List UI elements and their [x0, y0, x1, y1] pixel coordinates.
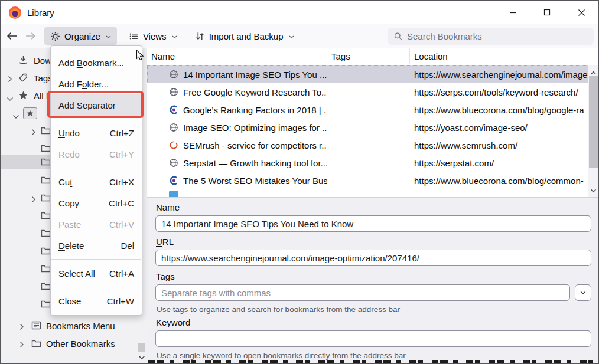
folder-icon	[41, 211, 51, 221]
bookmark-name: SEMrush - service for competitors r...	[183, 140, 327, 150]
chevron-right-icon	[19, 340, 24, 350]
bookmark-name: Google’s Ranking Factors in 2018 | ...	[183, 105, 327, 115]
menu-item-redo[interactable]: Redo Ctrl+Y	[51, 143, 142, 165]
folder-icon	[41, 176, 51, 186]
chevron-right-icon	[8, 74, 12, 84]
close-button[interactable]	[564, 1, 598, 24]
tags-dropdown-button[interactable]	[575, 284, 591, 301]
menu-item-cut[interactable]: Cut Ctrl+X	[51, 171, 142, 192]
sidebar-scrollbar-thumb[interactable]	[138, 343, 145, 352]
bluecorona-favicon	[169, 105, 178, 114]
folder-icon	[41, 229, 51, 239]
menu-item-copy[interactable]: Copy Ctrl+C	[51, 192, 142, 214]
globe-icon	[169, 70, 178, 79]
sidebar-item-bookmarks-menu[interactable]: Bookmarks Menu	[1, 318, 137, 333]
url-field[interactable]	[155, 250, 591, 266]
chevron-down-icon	[6, 93, 14, 103]
keyword-field[interactable]	[155, 330, 591, 347]
chevron-down-icon	[580, 291, 586, 295]
menu-separator	[51, 119, 141, 119]
semrush-favicon	[169, 140, 178, 150]
table-row[interactable]: Google’s Ranking Factors in 2018 | ... h…	[147, 101, 588, 119]
table-row[interactable]: 14 Important Image SEO Tips You ... http…	[147, 65, 588, 83]
tags-field[interactable]	[155, 284, 570, 301]
back-button[interactable]	[4, 28, 19, 44]
column-header-tags[interactable]: Tags	[327, 48, 410, 64]
scrollbar-thumb[interactable]	[589, 76, 598, 168]
scroll-down-button[interactable]	[588, 185, 598, 195]
menu-item-undo[interactable]: Undo Ctrl+Z	[51, 122, 142, 143]
globe-icon	[169, 123, 178, 132]
folder-icon	[41, 282, 51, 292]
chevron-right-icon	[19, 322, 24, 332]
partial-favicon	[169, 191, 178, 197]
keyword-field-label: Keyword	[156, 317, 190, 327]
scroll-up-button[interactable]	[588, 67, 598, 77]
list-scrollbar[interactable]	[588, 65, 598, 197]
bookmarks-menu-icon	[31, 321, 41, 332]
tag-icon	[18, 73, 28, 84]
forward-button[interactable]	[23, 28, 38, 44]
column-header-location[interactable]: Location	[410, 48, 588, 64]
folder-icon	[41, 144, 51, 154]
name-field[interactable]	[155, 215, 591, 232]
minimize-icon	[509, 9, 516, 16]
chevron-right-icon	[31, 195, 36, 205]
folder-icon	[41, 264, 51, 274]
maximize-button[interactable]	[530, 1, 564, 24]
window-controls	[496, 1, 598, 24]
star-icon	[18, 90, 28, 102]
globe-icon	[169, 87, 178, 97]
views-menu-button[interactable]: Views	[123, 27, 183, 45]
organize-menu-button[interactable]: Organize	[44, 27, 117, 45]
table-row[interactable]: Serpstat — Growth hacking tool for... ht…	[147, 154, 588, 172]
search-input[interactable]	[407, 31, 588, 41]
bookmark-details-pane: Name URL Tags Use tags to organize and s…	[147, 197, 598, 363]
library-toolbar: Organize Views Import and Backup	[1, 24, 598, 48]
forward-arrow-icon	[25, 32, 36, 40]
tags-help-text: Use tags to organize and search for book…	[157, 305, 400, 314]
bookmark-location: https://yoast.com/image-seo/	[410, 123, 588, 133]
url-field-label: URL	[156, 237, 174, 247]
folder-icon	[41, 247, 51, 257]
chevron-down-icon	[172, 35, 177, 39]
menu-item-add-bookmark[interactable]: Add Bookmark...	[51, 52, 142, 73]
bookmark-name: Free Google Keyword Research To...	[183, 87, 327, 97]
organize-menu-popup: Add Bookmark... Add Folder... Add Separa…	[50, 45, 142, 316]
menu-item-select-all[interactable]: Select All Ctrl+A	[51, 263, 142, 284]
name-field-label: Name	[156, 202, 180, 212]
gear-icon	[50, 31, 60, 41]
menu-item-close[interactable]: Close Ctrl+W	[51, 290, 142, 311]
organize-label: Organize	[64, 31, 100, 41]
table-row[interactable]: Image SEO: Optimizing images for ... htt…	[147, 119, 588, 136]
menu-separator	[51, 287, 141, 287]
title-bar: Library	[1, 1, 598, 24]
bookmark-location: https://www.bluecorona.com/blog/google-r…	[410, 105, 588, 115]
sidebar-scroll-down-button[interactable]	[138, 352, 145, 362]
menu-separator	[51, 259, 141, 260]
table-row[interactable]: The 5 Worst SEO Mistakes Your Bus... htt…	[147, 172, 588, 189]
chevron-down-icon	[590, 189, 597, 193]
import-backup-label: Import and Backup	[209, 31, 284, 41]
search-icon	[394, 32, 402, 41]
menu-item-add-separator[interactable]: Add Separator	[51, 94, 142, 116]
search-bookmarks-box	[388, 28, 594, 45]
menu-item-delete[interactable]: Delete Del	[51, 235, 142, 256]
import-backup-menu-button[interactable]: Import and Backup	[189, 27, 300, 45]
list-view-icon	[129, 31, 139, 41]
sidebar-item-other-bookmarks[interactable]: Other Bookmarks	[1, 336, 137, 351]
bookmark-location: https://serps.com/tools/keyword-research…	[410, 87, 588, 97]
table-row[interactable]: SEMrush - service for competitors r... h…	[147, 136, 588, 154]
table-row[interactable]: Free Google Keyword Research To... https…	[147, 83, 588, 101]
menu-item-add-folder[interactable]: Add Folder...	[51, 73, 142, 94]
minimize-button[interactable]	[496, 1, 530, 24]
column-header-name[interactable]: Name	[147, 48, 327, 64]
chevron-down-icon	[138, 355, 145, 360]
window-title: Library	[27, 8, 54, 18]
bookmark-name: The 5 Worst SEO Mistakes Your Bus...	[183, 176, 327, 186]
folder-icon	[41, 158, 51, 168]
bookmark-name: 14 Important Image SEO Tips You ...	[183, 70, 327, 80]
folder-icon	[41, 126, 51, 136]
library-window: Library Organize Views	[0, 0, 599, 364]
menu-item-paste[interactable]: Paste Ctrl+V	[51, 214, 142, 235]
